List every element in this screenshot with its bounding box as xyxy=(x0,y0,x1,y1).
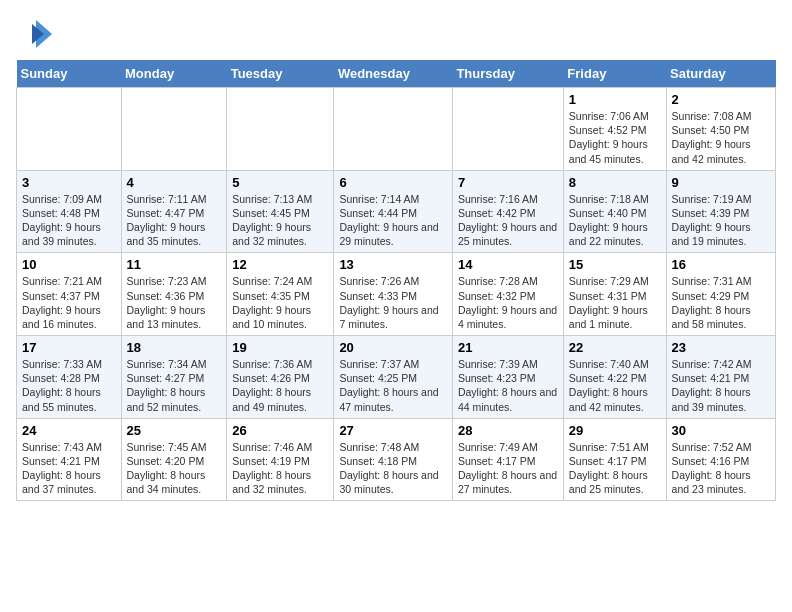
calendar-week-row: 10Sunrise: 7:21 AM Sunset: 4:37 PM Dayli… xyxy=(17,253,776,336)
calendar-cell: 22Sunrise: 7:40 AM Sunset: 4:22 PM Dayli… xyxy=(563,336,666,419)
calendar-cell xyxy=(121,88,227,171)
day-number: 9 xyxy=(672,175,770,190)
day-number: 18 xyxy=(127,340,222,355)
day-info: Sunrise: 7:45 AM Sunset: 4:20 PM Dayligh… xyxy=(127,440,222,497)
day-number: 5 xyxy=(232,175,328,190)
day-number: 8 xyxy=(569,175,661,190)
day-info: Sunrise: 7:14 AM Sunset: 4:44 PM Dayligh… xyxy=(339,192,447,249)
calendar-cell: 20Sunrise: 7:37 AM Sunset: 4:25 PM Dayli… xyxy=(334,336,453,419)
calendar-cell: 19Sunrise: 7:36 AM Sunset: 4:26 PM Dayli… xyxy=(227,336,334,419)
day-info: Sunrise: 7:24 AM Sunset: 4:35 PM Dayligh… xyxy=(232,274,328,331)
day-number: 1 xyxy=(569,92,661,107)
day-info: Sunrise: 7:51 AM Sunset: 4:17 PM Dayligh… xyxy=(569,440,661,497)
day-number: 19 xyxy=(232,340,328,355)
calendar-cell: 18Sunrise: 7:34 AM Sunset: 4:27 PM Dayli… xyxy=(121,336,227,419)
calendar-week-row: 3Sunrise: 7:09 AM Sunset: 4:48 PM Daylig… xyxy=(17,170,776,253)
day-info: Sunrise: 7:28 AM Sunset: 4:32 PM Dayligh… xyxy=(458,274,558,331)
calendar-cell: 10Sunrise: 7:21 AM Sunset: 4:37 PM Dayli… xyxy=(17,253,122,336)
day-info: Sunrise: 7:33 AM Sunset: 4:28 PM Dayligh… xyxy=(22,357,116,414)
day-info: Sunrise: 7:11 AM Sunset: 4:47 PM Dayligh… xyxy=(127,192,222,249)
day-number: 30 xyxy=(672,423,770,438)
day-info: Sunrise: 7:16 AM Sunset: 4:42 PM Dayligh… xyxy=(458,192,558,249)
day-info: Sunrise: 7:29 AM Sunset: 4:31 PM Dayligh… xyxy=(569,274,661,331)
calendar-cell: 15Sunrise: 7:29 AM Sunset: 4:31 PM Dayli… xyxy=(563,253,666,336)
calendar-week-row: 1Sunrise: 7:06 AM Sunset: 4:52 PM Daylig… xyxy=(17,88,776,171)
weekday-header: Thursday xyxy=(452,60,563,88)
day-number: 12 xyxy=(232,257,328,272)
day-number: 13 xyxy=(339,257,447,272)
day-number: 7 xyxy=(458,175,558,190)
calendar-cell: 29Sunrise: 7:51 AM Sunset: 4:17 PM Dayli… xyxy=(563,418,666,501)
calendar-cell: 21Sunrise: 7:39 AM Sunset: 4:23 PM Dayli… xyxy=(452,336,563,419)
weekday-header: Sunday xyxy=(17,60,122,88)
calendar-cell: 26Sunrise: 7:46 AM Sunset: 4:19 PM Dayli… xyxy=(227,418,334,501)
day-info: Sunrise: 7:40 AM Sunset: 4:22 PM Dayligh… xyxy=(569,357,661,414)
day-info: Sunrise: 7:21 AM Sunset: 4:37 PM Dayligh… xyxy=(22,274,116,331)
calendar-cell: 12Sunrise: 7:24 AM Sunset: 4:35 PM Dayli… xyxy=(227,253,334,336)
day-number: 4 xyxy=(127,175,222,190)
day-info: Sunrise: 7:39 AM Sunset: 4:23 PM Dayligh… xyxy=(458,357,558,414)
calendar-cell: 17Sunrise: 7:33 AM Sunset: 4:28 PM Dayli… xyxy=(17,336,122,419)
calendar-cell xyxy=(227,88,334,171)
day-number: 28 xyxy=(458,423,558,438)
calendar-cell: 6Sunrise: 7:14 AM Sunset: 4:44 PM Daylig… xyxy=(334,170,453,253)
day-info: Sunrise: 7:13 AM Sunset: 4:45 PM Dayligh… xyxy=(232,192,328,249)
calendar-cell: 1Sunrise: 7:06 AM Sunset: 4:52 PM Daylig… xyxy=(563,88,666,171)
day-number: 21 xyxy=(458,340,558,355)
calendar-cell: 11Sunrise: 7:23 AM Sunset: 4:36 PM Dayli… xyxy=(121,253,227,336)
calendar-cell: 13Sunrise: 7:26 AM Sunset: 4:33 PM Dayli… xyxy=(334,253,453,336)
calendar-cell: 28Sunrise: 7:49 AM Sunset: 4:17 PM Dayli… xyxy=(452,418,563,501)
calendar-cell xyxy=(334,88,453,171)
day-info: Sunrise: 7:46 AM Sunset: 4:19 PM Dayligh… xyxy=(232,440,328,497)
day-number: 10 xyxy=(22,257,116,272)
calendar-cell xyxy=(452,88,563,171)
day-info: Sunrise: 7:09 AM Sunset: 4:48 PM Dayligh… xyxy=(22,192,116,249)
calendar-cell: 5Sunrise: 7:13 AM Sunset: 4:45 PM Daylig… xyxy=(227,170,334,253)
calendar-cell: 7Sunrise: 7:16 AM Sunset: 4:42 PM Daylig… xyxy=(452,170,563,253)
day-info: Sunrise: 7:42 AM Sunset: 4:21 PM Dayligh… xyxy=(672,357,770,414)
day-number: 24 xyxy=(22,423,116,438)
calendar-cell: 27Sunrise: 7:48 AM Sunset: 4:18 PM Dayli… xyxy=(334,418,453,501)
day-number: 25 xyxy=(127,423,222,438)
weekday-header: Tuesday xyxy=(227,60,334,88)
day-number: 20 xyxy=(339,340,447,355)
calendar-cell: 16Sunrise: 7:31 AM Sunset: 4:29 PM Dayli… xyxy=(666,253,775,336)
weekday-header: Wednesday xyxy=(334,60,453,88)
day-info: Sunrise: 7:34 AM Sunset: 4:27 PM Dayligh… xyxy=(127,357,222,414)
day-info: Sunrise: 7:52 AM Sunset: 4:16 PM Dayligh… xyxy=(672,440,770,497)
day-info: Sunrise: 7:37 AM Sunset: 4:25 PM Dayligh… xyxy=(339,357,447,414)
weekday-header-row: SundayMondayTuesdayWednesdayThursdayFrid… xyxy=(17,60,776,88)
calendar-cell: 4Sunrise: 7:11 AM Sunset: 4:47 PM Daylig… xyxy=(121,170,227,253)
day-number: 11 xyxy=(127,257,222,272)
day-info: Sunrise: 7:31 AM Sunset: 4:29 PM Dayligh… xyxy=(672,274,770,331)
calendar-cell: 8Sunrise: 7:18 AM Sunset: 4:40 PM Daylig… xyxy=(563,170,666,253)
calendar-cell: 2Sunrise: 7:08 AM Sunset: 4:50 PM Daylig… xyxy=(666,88,775,171)
day-number: 14 xyxy=(458,257,558,272)
day-info: Sunrise: 7:19 AM Sunset: 4:39 PM Dayligh… xyxy=(672,192,770,249)
weekday-header: Friday xyxy=(563,60,666,88)
calendar-cell: 24Sunrise: 7:43 AM Sunset: 4:21 PM Dayli… xyxy=(17,418,122,501)
logo-icon xyxy=(16,16,52,52)
page-header xyxy=(16,16,776,52)
day-number: 15 xyxy=(569,257,661,272)
day-number: 17 xyxy=(22,340,116,355)
day-number: 2 xyxy=(672,92,770,107)
calendar-cell: 23Sunrise: 7:42 AM Sunset: 4:21 PM Dayli… xyxy=(666,336,775,419)
weekday-header: Monday xyxy=(121,60,227,88)
day-number: 27 xyxy=(339,423,447,438)
day-info: Sunrise: 7:48 AM Sunset: 4:18 PM Dayligh… xyxy=(339,440,447,497)
day-info: Sunrise: 7:43 AM Sunset: 4:21 PM Dayligh… xyxy=(22,440,116,497)
calendar-cell: 9Sunrise: 7:19 AM Sunset: 4:39 PM Daylig… xyxy=(666,170,775,253)
calendar-cell xyxy=(17,88,122,171)
day-info: Sunrise: 7:36 AM Sunset: 4:26 PM Dayligh… xyxy=(232,357,328,414)
calendar-table: SundayMondayTuesdayWednesdayThursdayFrid… xyxy=(16,60,776,501)
calendar-week-row: 24Sunrise: 7:43 AM Sunset: 4:21 PM Dayli… xyxy=(17,418,776,501)
calendar-week-row: 17Sunrise: 7:33 AM Sunset: 4:28 PM Dayli… xyxy=(17,336,776,419)
day-number: 29 xyxy=(569,423,661,438)
day-number: 26 xyxy=(232,423,328,438)
day-number: 22 xyxy=(569,340,661,355)
weekday-header: Saturday xyxy=(666,60,775,88)
calendar-cell: 3Sunrise: 7:09 AM Sunset: 4:48 PM Daylig… xyxy=(17,170,122,253)
calendar-cell: 25Sunrise: 7:45 AM Sunset: 4:20 PM Dayli… xyxy=(121,418,227,501)
day-number: 16 xyxy=(672,257,770,272)
